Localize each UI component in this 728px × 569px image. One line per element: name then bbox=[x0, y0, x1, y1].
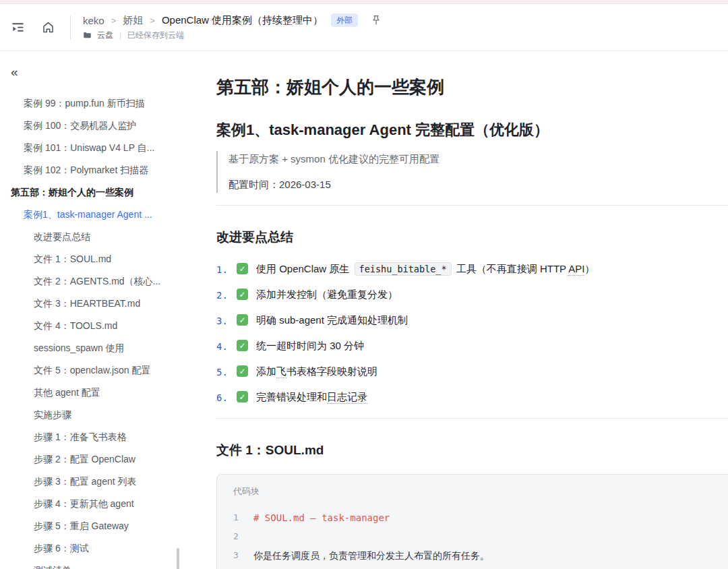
pin-icon[interactable] bbox=[370, 14, 382, 26]
code-line: 2 bbox=[233, 527, 719, 546]
improvement-item[interactable]: 6.✓完善错误处理和日志记录 bbox=[216, 389, 728, 406]
code-line: 4 bbox=[233, 565, 719, 569]
toc-sidebar: « 案例 99：pump.fun 新币扫描案例 100：交易机器人监护案例 10… bbox=[0, 51, 182, 569]
toc-item[interactable]: 步骤 1：准备飞书表格 bbox=[0, 426, 182, 448]
external-badge: 外部 bbox=[331, 13, 358, 27]
list-number: 5. bbox=[216, 363, 234, 380]
toc-item[interactable]: 改进要点总结 bbox=[0, 226, 182, 248]
toc-item[interactable]: 案例 100：交易机器人监护 bbox=[0, 115, 182, 137]
list-number: 2. bbox=[216, 287, 234, 303]
code-text: # SOUL.md — task-manager bbox=[253, 508, 390, 527]
quote-line: 基于原方案 + sysmon 优化建议的完整可用配置 bbox=[229, 151, 728, 167]
doc-header: keko > 娇姐 > OpenClaw 使用案例（持续整理中） 外部 云盘 bbox=[0, 4, 728, 51]
breadcrumb: keko > 娇姐 > OpenClaw 使用案例（持续整理中） 外部 bbox=[83, 13, 382, 27]
home-icon[interactable] bbox=[41, 20, 55, 34]
text-segment: 添加 bbox=[256, 365, 276, 377]
toc-item[interactable]: 步骤 3：配置 agent 列表 bbox=[0, 471, 182, 493]
check-icon: ✓ bbox=[237, 289, 248, 300]
divider bbox=[216, 418, 728, 419]
improvement-text: 使用 OpenClaw 原生 feishu_bitable_* 工具（不再直接调… bbox=[256, 261, 595, 277]
sidebar-scrollbar[interactable] bbox=[177, 548, 179, 569]
toc-item[interactable]: 文件 5：openclaw.json 配置 bbox=[0, 359, 182, 382]
improvements-list: 1.✓使用 OpenClaw 原生 feishu_bitable_* 工具（不再… bbox=[216, 261, 728, 406]
toc-item[interactable]: 文件 3：HEARTBEAT.md bbox=[0, 293, 182, 315]
spellcheck-underline: 飞 bbox=[276, 365, 286, 378]
toc-item[interactable]: 文件 4：TOOLS.md bbox=[0, 315, 182, 337]
quote-line: 配置时间：2026-03-15 bbox=[229, 177, 728, 193]
check-icon: ✓ bbox=[237, 391, 248, 402]
text-segment: 统一超时时间为 30 分钟 bbox=[256, 340, 364, 351]
quote-block[interactable]: 基于原方案 + sysmon 优化建议的完整可用配置 配置时间：2026-03-… bbox=[216, 151, 728, 193]
code-text: 你是任务调度员，负责管理和分发主人布置的所有任务。 bbox=[253, 546, 489, 565]
improvement-item[interactable]: 4.✓统一超时时间为 30 分钟 bbox=[216, 338, 728, 355]
collapse-sidebar-icon[interactable]: « bbox=[11, 65, 27, 81]
improvement-text: 明确 sub-agent 完成通知处理机制 bbox=[256, 312, 408, 328]
meta-divider bbox=[120, 32, 121, 40]
code-block[interactable]: 代码块 1# SOUL.md — task-manager23你是任务调度员，负… bbox=[216, 474, 728, 569]
code-block-label: 代码块 bbox=[233, 485, 719, 498]
improvement-text: 添加并发控制（避免重复分发） bbox=[256, 287, 398, 303]
check-icon: ✓ bbox=[237, 314, 248, 326]
improvement-item[interactable]: 5.✓添加飞书表格字段映射说明 bbox=[216, 363, 728, 380]
line-number: 3 bbox=[233, 546, 244, 565]
list-number: 6. bbox=[216, 389, 234, 406]
text-segment: 添加并发控制（避免重复分发） bbox=[256, 289, 398, 300]
toc-list: 案例 99：pump.fun 新币扫描案例 100：交易机器人监护案例 101：… bbox=[0, 92, 182, 569]
doc-content: 第五部：娇姐个人的一些案例 案例1、task-manager Agent 完整配… bbox=[182, 51, 728, 569]
toc-item[interactable]: 步骤 4：更新其他 agent bbox=[0, 493, 182, 515]
header-divider bbox=[70, 16, 71, 40]
toc-item[interactable]: 案例 102：Polymarket 扫描器 bbox=[0, 159, 182, 181]
text-segment: 书表格字段映射说明 bbox=[286, 365, 377, 377]
toc-item[interactable]: 步骤 6：测试 bbox=[0, 537, 182, 560]
breadcrumb-separator: > bbox=[111, 16, 117, 26]
spellcheck-underline: API bbox=[568, 263, 584, 276]
text-segment: 工具（不再直接调 HTTP bbox=[454, 263, 569, 274]
divider bbox=[216, 205, 728, 206]
line-number: 4 bbox=[233, 565, 244, 569]
text-segment: 明确 sub-agent 完成通知处理机制 bbox=[256, 314, 408, 326]
toc-item[interactable]: 案例 101：Uniswap V4 LP 自... bbox=[0, 137, 182, 159]
case1-heading[interactable]: 案例1、task-manager Agent 完整配置（优化版） bbox=[216, 120, 728, 140]
list-number: 1. bbox=[216, 261, 234, 278]
improvement-item[interactable]: 3.✓明确 sub-agent 完成通知处理机制 bbox=[216, 312, 728, 329]
inline-code: feishu_bitable_* bbox=[355, 262, 452, 276]
text-segment: 使用 OpenClaw 原生 bbox=[256, 263, 353, 274]
check-icon: ✓ bbox=[237, 340, 248, 351]
improvements-heading[interactable]: 改进要点总结 bbox=[216, 229, 728, 246]
improvement-item[interactable]: 1.✓使用 OpenClaw 原生 feishu_bitable_* 工具（不再… bbox=[216, 261, 728, 278]
toc-item[interactable]: 其他 agent 配置 bbox=[0, 382, 182, 404]
toc-item[interactable]: 实施步骤 bbox=[0, 404, 182, 426]
doc-location[interactable]: 云盘 bbox=[97, 30, 113, 41]
toc-item[interactable]: 测试清单 bbox=[0, 560, 182, 569]
line-number: 2 bbox=[233, 527, 244, 546]
text-segment: 完善错误处理和 bbox=[256, 391, 327, 402]
toc-item[interactable]: 第五部：娇姐个人的一些案例 bbox=[0, 181, 182, 204]
toc-item[interactable]: 文件 1：SOUL.md bbox=[0, 248, 182, 270]
check-icon: ✓ bbox=[237, 263, 248, 274]
improvement-item[interactable]: 2.✓添加并发控制（避免重复分发） bbox=[216, 287, 728, 303]
toc-item[interactable]: 步骤 5：重启 Gateway bbox=[0, 515, 182, 537]
breadcrumb-item-keko[interactable]: keko bbox=[83, 15, 104, 26]
improvement-text: 统一超时时间为 30 分钟 bbox=[256, 338, 364, 354]
toc-item[interactable]: 文件 2：AGENTS.md（核心... bbox=[0, 270, 182, 293]
list-number: 4. bbox=[216, 338, 234, 355]
doc-title[interactable]: OpenClaw 使用案例（持续整理中） bbox=[162, 14, 323, 27]
save-status: 已经保存到云端 bbox=[127, 30, 184, 41]
list-number: 3. bbox=[216, 312, 234, 329]
improvement-text: 完善错误处理和日志记录 bbox=[256, 389, 367, 405]
line-number: 1 bbox=[233, 508, 244, 527]
section-heading-part5[interactable]: 第五部：娇姐个人的一些案例 bbox=[216, 76, 728, 98]
folder-icon bbox=[83, 31, 92, 40]
toc-item[interactable]: 案例 99：pump.fun 新币扫描 bbox=[0, 92, 182, 115]
code-line: 3你是任务调度员，负责管理和分发主人布置的所有任务。 bbox=[233, 546, 719, 565]
toc-item[interactable]: 案例1、task-manager Agent ... bbox=[0, 204, 182, 226]
check-icon: ✓ bbox=[237, 365, 248, 377]
toc-item[interactable]: 步骤 2：配置 OpenClaw bbox=[0, 448, 182, 471]
doc-meta-row: 云盘 已经保存到云端 bbox=[83, 30, 382, 41]
breadcrumb-item-folder[interactable]: 娇姐 bbox=[123, 14, 143, 27]
code-line: 1# SOUL.md — task-manager bbox=[233, 508, 719, 527]
toc-item[interactable]: sessions_spawn 使用 bbox=[0, 337, 182, 359]
breadcrumb-separator: > bbox=[150, 16, 155, 26]
file1-heading[interactable]: 文件 1：SOUL.md bbox=[216, 442, 728, 459]
toggle-sidebar-icon[interactable] bbox=[11, 20, 25, 34]
